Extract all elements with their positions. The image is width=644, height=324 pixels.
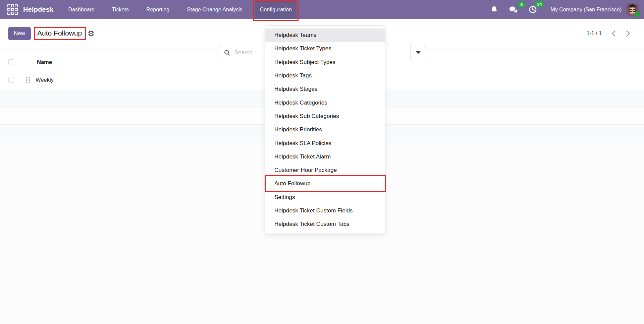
menu-item-helpdesk-tags[interactable]: Helpdesk Tags xyxy=(265,69,385,82)
menu-item-helpdesk-ticket-custom-tabs[interactable]: Helpdesk Ticket Custom Tabs xyxy=(265,217,385,231)
nav-item-tickets[interactable]: Tickets xyxy=(107,0,133,19)
search-options-toggle[interactable] xyxy=(410,45,426,60)
menu-item-helpdesk-ticket-types[interactable]: Helpdesk Ticket Types xyxy=(265,42,385,55)
nav-item-stage-change-analysis[interactable]: Stage Change Analysis xyxy=(182,0,247,19)
messages-count-badge: 8 xyxy=(518,1,525,8)
chevron-down-icon xyxy=(416,51,421,54)
menu-item-helpdesk-ticket-alarm[interactable]: Helpdesk Ticket Alarm xyxy=(265,150,385,164)
main-menu: DashboardTicketsReportingStage Change An… xyxy=(64,0,297,19)
select-all-checkbox[interactable] xyxy=(8,59,14,65)
menu-item-helpdesk-sub-categories[interactable]: Helpdesk Sub Categories xyxy=(265,110,385,123)
nav-item-configuration[interactable]: Configuration xyxy=(255,0,297,19)
menu-item-helpdesk-categories[interactable]: Helpdesk Categories xyxy=(265,96,385,109)
chevron-left-icon xyxy=(611,30,616,37)
notifications-bell-button[interactable] xyxy=(488,4,500,15)
systray: 8 34 My Company (San Francisco) xyxy=(482,3,639,16)
messages-button[interactable]: 8 xyxy=(507,4,520,16)
menu-item-helpdesk-sla-policies[interactable]: Helpdesk SLA Policies xyxy=(265,136,385,150)
menu-item-helpdesk-stages[interactable]: Helpdesk Stages xyxy=(265,82,385,96)
row-name-cell: Weekly xyxy=(36,77,54,83)
drag-handle-icon[interactable] xyxy=(26,77,30,83)
menu-item-settings[interactable]: Settings xyxy=(265,191,385,204)
app-title[interactable]: Helpdesk xyxy=(23,6,54,13)
pager-range: 1-1 / 1 xyxy=(587,30,602,37)
search-icon xyxy=(224,50,230,56)
menu-item-helpdesk-priorities[interactable]: Helpdesk Priorities xyxy=(265,123,385,136)
column-header-name: Name xyxy=(37,59,52,65)
menu-item-helpdesk-teams[interactable]: Helpdesk Teams xyxy=(265,28,385,42)
row-checkbox[interactable] xyxy=(8,77,14,83)
chevron-right-icon xyxy=(626,30,631,37)
company-switcher[interactable]: My Company (San Francisco) xyxy=(550,7,622,13)
menu-item-customer-hour-package[interactable]: Customer Hour Package xyxy=(265,164,385,177)
pager-next-button[interactable] xyxy=(626,30,631,37)
breadcrumb: Auto Followup xyxy=(34,27,86,40)
menu-item-helpdesk-ticket-custom-fields[interactable]: Helpdesk Ticket Custom Fields xyxy=(265,204,385,217)
nav-item-reporting[interactable]: Reporting xyxy=(142,0,174,19)
menu-item-helpdesk-subject-types[interactable]: Helpdesk Subject Types xyxy=(265,56,385,69)
chat-bubbles-icon xyxy=(509,6,518,14)
activities-count-badge: 34 xyxy=(534,1,544,7)
new-button[interactable]: New xyxy=(8,27,31,40)
annotation-box-auto-followup xyxy=(265,175,386,192)
online-status-dot xyxy=(634,11,640,17)
top-navbar: Helpdesk DashboardTicketsReportingStage … xyxy=(0,0,644,19)
configuration-dropdown-menu: Helpdesk TeamsHelpdesk Ticket TypesHelpd… xyxy=(265,25,385,234)
annotation-box-configuration xyxy=(253,1,299,21)
gear-icon[interactable]: ⚙ xyxy=(88,30,95,38)
nav-item-dashboard[interactable]: Dashboard xyxy=(64,0,99,19)
pager-previous-button[interactable] xyxy=(611,30,616,37)
apps-grid-icon[interactable] xyxy=(7,4,18,15)
pager: 1-1 / 1 xyxy=(587,19,631,48)
bell-icon xyxy=(490,6,498,13)
menu-item-auto-followup[interactable]: Auto Followup xyxy=(265,177,385,190)
activities-button[interactable]: 34 xyxy=(527,3,539,16)
user-menu[interactable] xyxy=(626,3,639,16)
